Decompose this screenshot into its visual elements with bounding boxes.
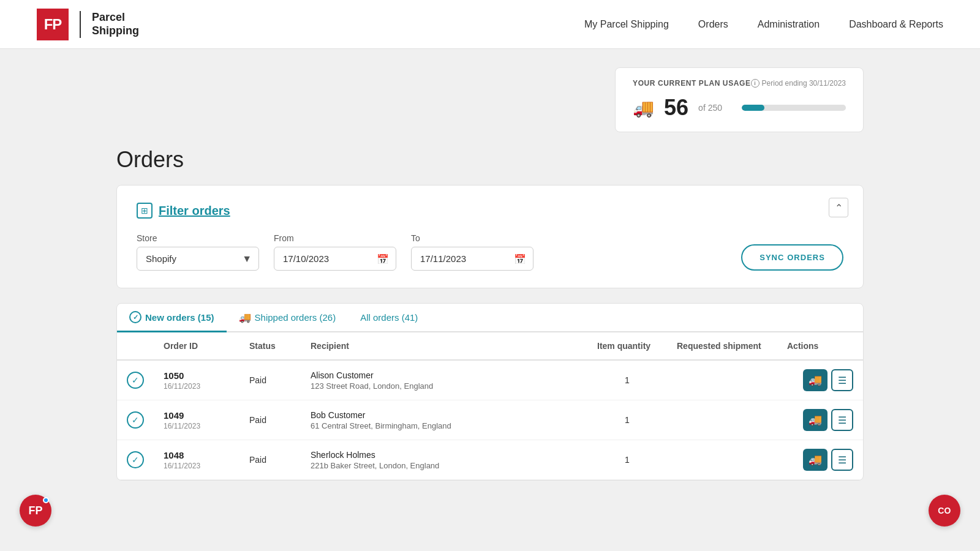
shipped-truck-icon: 🚚 <box>239 312 251 323</box>
to-label: To <box>411 233 533 243</box>
th-order-id: Order ID <box>154 332 239 360</box>
nav-orders[interactable]: Orders <box>698 19 728 30</box>
plan-period: i Period ending 30/11/2023 <box>751 79 846 88</box>
plan-current-count: 56 <box>664 95 688 121</box>
chat-float-label: CO <box>938 506 951 515</box>
th-status: Status <box>239 332 301 360</box>
tab-all-orders-label: All orders (41) <box>360 312 418 323</box>
to-field: To 📅 <box>411 233 533 271</box>
header: FP Parcel Shipping My Parcel Shipping Or… <box>0 0 980 49</box>
actions-cell-1048: 🚚 ☰ <box>777 440 863 480</box>
recipient-name-1048: Sherlock Holmes <box>311 450 578 460</box>
tab-new-orders[interactable]: ✓ New orders (15) <box>117 304 227 332</box>
fp-float-label: FP <box>28 504 42 517</box>
filter-header: ⊞ Filter orders <box>137 203 843 219</box>
plan-usage-header: YOUR CURRENT PLAN USAGE i Period ending … <box>633 79 846 88</box>
table-row: ✓ 1049 16/11/2023 Paid Bob Customer 61 C… <box>117 400 863 440</box>
actions-cell-1050: 🚚 ☰ <box>777 360 863 400</box>
orders-card: ✓ New orders (15) 🚚 Shipped orders (26) … <box>116 303 864 481</box>
row-check-cell: ✓ <box>117 360 154 400</box>
order-id-1048: 1048 <box>164 450 230 460</box>
main-nav: My Parcel Shipping Orders Administration… <box>584 19 943 30</box>
plan-usage-wrapper: YOUR CURRENT PLAN USAGE i Period ending … <box>116 67 864 132</box>
recipient-address-1049: 61 Central Street, Birmingham, England <box>311 421 578 430</box>
filter-card: ⊞ Filter orders ⌃ Store Shopify ▼ From 📅 <box>116 185 864 288</box>
row-check-cell: ✓ <box>117 440 154 480</box>
order-id-cell: 1049 16/11/2023 <box>154 400 239 440</box>
fp-float-dot <box>43 497 49 503</box>
new-orders-check-icon: ✓ <box>129 311 141 323</box>
actions-cell-1049: 🚚 ☰ <box>777 400 863 440</box>
store-field: Store Shopify ▼ <box>137 233 259 271</box>
tab-new-orders-label: New orders (15) <box>145 312 214 323</box>
filter-orders-link[interactable]: Filter orders <box>159 204 230 218</box>
sync-orders-button[interactable]: SYNC ORDERS <box>741 244 843 271</box>
order-date-1050: 16/11/2023 <box>164 382 230 391</box>
store-select[interactable]: Shopify <box>137 247 259 271</box>
tab-shipped-orders-label: Shipped orders (26) <box>255 312 336 323</box>
order-status-1050: Paid <box>239 360 301 400</box>
nav-dashboard-reports[interactable]: Dashboard & Reports <box>849 19 943 30</box>
th-checkbox <box>117 332 154 360</box>
store-select-wrapper: Shopify ▼ <box>137 247 259 271</box>
ship-button-1050[interactable]: 🚚 <box>803 369 827 391</box>
row-checkbox-1049[interactable]: ✓ <box>127 411 144 429</box>
tab-shipped-orders[interactable]: 🚚 Shipped orders (26) <box>227 304 349 332</box>
order-date-1049: 16/11/2023 <box>164 422 230 430</box>
logo-divider <box>80 11 81 38</box>
calendar-icon-to[interactable]: 📅 <box>514 253 526 264</box>
row-check-cell: ✓ <box>117 400 154 440</box>
list-button-1049[interactable]: ☰ <box>831 409 853 431</box>
logo-area: FP Parcel Shipping <box>37 9 139 40</box>
order-id-1049: 1049 <box>164 410 230 421</box>
orders-table-body: ✓ 1050 16/11/2023 Paid Alison Customer 1… <box>117 360 863 480</box>
recipient-cell-1049: Bob Customer 61 Central Street, Birmingh… <box>301 400 587 440</box>
order-id-1050: 1050 <box>164 370 230 381</box>
to-date-wrapper: 📅 <box>411 247 533 271</box>
ship-button-1048[interactable]: 🚚 <box>803 449 827 471</box>
th-recipient: Recipient <box>301 332 587 360</box>
plan-usage-body: 🚚 56 of 250 <box>633 95 846 121</box>
plan-of-label: of 250 <box>698 103 722 113</box>
row-checkbox-1050[interactable]: ✓ <box>127 372 144 389</box>
from-field: From 📅 <box>274 233 396 271</box>
plan-usage-title: YOUR CURRENT PLAN USAGE <box>633 79 750 88</box>
order-id-cell: 1050 16/11/2023 <box>154 360 239 400</box>
truck-icon: 🚚 <box>633 98 654 118</box>
store-label: Store <box>137 233 259 243</box>
qty-1050: 1 <box>587 360 667 400</box>
logo-fp-badge: FP <box>37 9 69 40</box>
calendar-icon-from[interactable]: 📅 <box>377 253 389 264</box>
shipment-1050 <box>667 360 777 400</box>
main-content: YOUR CURRENT PLAN USAGE i Period ending … <box>92 49 888 499</box>
collapse-button[interactable]: ⌃ <box>829 198 848 217</box>
plan-usage-card: YOUR CURRENT PLAN USAGE i Period ending … <box>615 67 864 132</box>
qty-1049: 1 <box>587 400 667 440</box>
chat-float-button[interactable]: CO <box>929 495 960 527</box>
shipment-1048 <box>667 440 777 480</box>
orders-tabs: ✓ New orders (15) 🚚 Shipped orders (26) … <box>117 304 863 332</box>
recipient-address-1048: 221b Baker Street, London, England <box>311 461 578 470</box>
th-qty: Item quantity <box>587 332 667 360</box>
list-button-1050[interactable]: ☰ <box>831 369 853 391</box>
recipient-cell-1050: Alison Customer 123 Street Road, London,… <box>301 360 587 400</box>
qty-1048: 1 <box>587 440 667 480</box>
ship-button-1049[interactable]: 🚚 <box>803 409 827 431</box>
list-button-1048[interactable]: ☰ <box>831 449 853 471</box>
recipient-address-1050: 123 Street Road, London, England <box>311 381 578 391</box>
th-shipment: Requested shipment <box>667 332 777 360</box>
plan-progress-bar-fill <box>742 105 764 111</box>
from-label: From <box>274 233 396 243</box>
tab-all-orders[interactable]: All orders (41) <box>348 304 430 332</box>
info-icon: i <box>751 79 760 88</box>
orders-table: Order ID Status Recipient Item quantity … <box>117 332 863 480</box>
plan-progress-bar-bg <box>742 105 846 111</box>
nav-administration[interactable]: Administration <box>758 19 820 30</box>
row-checkbox-1048[interactable]: ✓ <box>127 451 144 468</box>
nav-my-parcel-shipping[interactable]: My Parcel Shipping <box>584 19 669 30</box>
recipient-cell-1048: Sherlock Holmes 221b Baker Street, Londo… <box>301 440 587 480</box>
order-id-cell: 1048 16/11/2023 <box>154 440 239 480</box>
fp-float-button[interactable]: FP <box>20 495 51 527</box>
recipient-name-1050: Alison Customer <box>311 370 578 380</box>
shipment-1049 <box>667 400 777 440</box>
